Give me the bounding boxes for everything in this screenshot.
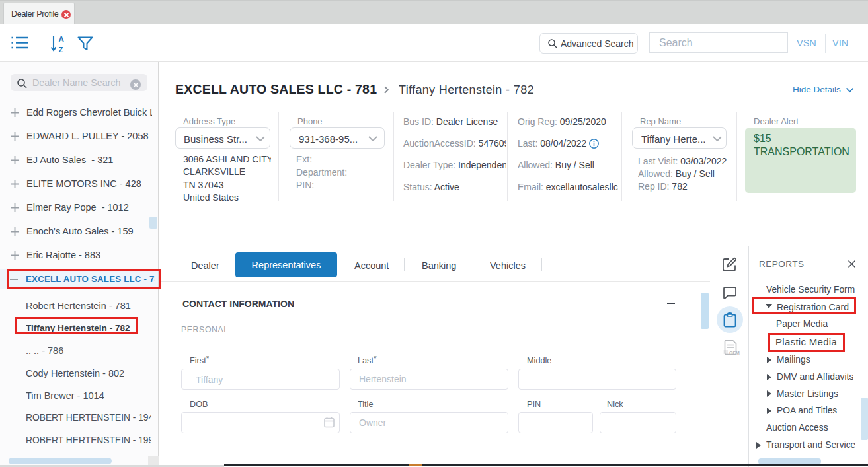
svg-text:OEM: OEM [729, 351, 740, 355]
svg-text:A: A [59, 35, 64, 43]
svg-text:Z: Z [59, 46, 63, 53]
